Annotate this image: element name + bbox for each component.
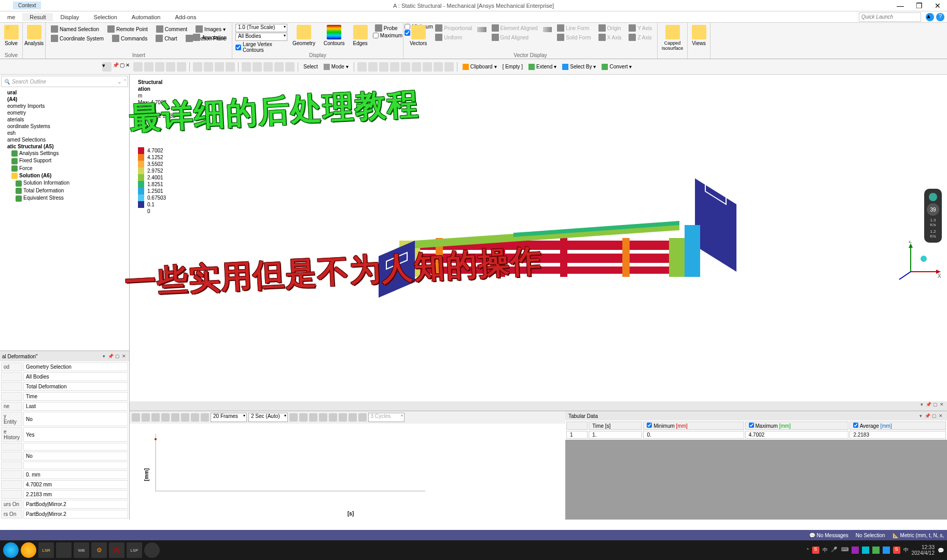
bodies-dropdown[interactable]: All Bodies — [235, 33, 287, 41]
notifications-icon[interactable]: 💬 — [938, 548, 944, 553]
line-form-button[interactable]: Line Form — [555, 24, 593, 32]
proportional-button[interactable]: Proportional — [433, 24, 474, 32]
tool-icon[interactable] — [242, 62, 251, 72]
tool-icon[interactable] — [319, 413, 327, 422]
status-units[interactable]: 📐 Metric (mm, t, N, s, — [893, 533, 944, 538]
elem-aligned-button[interactable]: Element Aligned — [490, 24, 540, 32]
capped-button[interactable]: Capped Isosurface — [661, 24, 684, 52]
mech-icon[interactable]: ⚙ — [91, 542, 107, 558]
tool-icon[interactable] — [379, 62, 388, 72]
mode-dropdown[interactable]: Mode▾ — [322, 64, 351, 70]
images-button[interactable]: Images▾ — [193, 25, 228, 33]
edge-icon[interactable] — [3, 542, 19, 558]
cycles-dropdown[interactable]: 3 Cycles — [368, 413, 405, 422]
tree-item[interactable]: Solution (A6) — [0, 172, 129, 179]
column-header[interactable]: Minimum [mm] — [643, 422, 744, 430]
details-row[interactable]: urs OnPartBody|Mirror.2 — [1, 500, 128, 509]
tool-icon[interactable] — [444, 62, 454, 72]
zoom-fit-icon[interactable] — [133, 62, 143, 72]
tree-item[interactable]: Force — [0, 165, 129, 172]
details-row[interactable]: rs OnPartBody|Mirror.2 — [1, 510, 128, 519]
tray-icon[interactable]: 🎤 — [831, 547, 838, 554]
app-icon[interactable] — [21, 542, 36, 558]
details-row[interactable]: No — [1, 452, 128, 460]
tray-icon[interactable] — [852, 547, 859, 554]
tool-icon[interactable] — [401, 62, 410, 72]
tool-icon[interactable] — [390, 62, 399, 72]
tab-selection[interactable]: Selection — [87, 13, 124, 21]
tool-icon[interactable] — [299, 413, 308, 422]
tab-result[interactable]: Result — [22, 13, 53, 21]
z-axis-button[interactable]: Z Axis — [626, 33, 654, 41]
y-axis-button[interactable]: Y Axis — [626, 24, 654, 32]
sec-dropdown[interactable]: 2 Sec (Auto) — [248, 413, 288, 422]
anim-icon[interactable] — [181, 413, 189, 422]
tray-icon[interactable] — [883, 547, 890, 554]
details-row[interactable] — [1, 443, 128, 451]
details-row[interactable]: 4.7002 mm — [1, 480, 128, 489]
details-row[interactable]: All Bodies — [1, 372, 128, 381]
tree-item[interactable]: Total Deformation — [0, 187, 129, 194]
select-button[interactable]: Select — [301, 64, 320, 69]
details-table[interactable]: odGeometry SelectionAll BodiesTotal Defo… — [0, 361, 129, 520]
help-icon[interactable]: ? — [936, 13, 944, 21]
sogou-icon[interactable]: S — [812, 547, 819, 554]
tree-item[interactable]: aterials — [0, 116, 129, 123]
play-icon[interactable] — [132, 413, 140, 422]
grid-aligned-button[interactable]: Grid Aligned — [490, 33, 540, 41]
search-outline-input[interactable]: 🔍Search Outline ⌄ ˅ — [1, 76, 128, 87]
column-header[interactable]: Time [s] — [589, 422, 642, 430]
details-row[interactable]: Total Deformation — [1, 382, 128, 391]
prev-icon[interactable] — [151, 413, 160, 422]
vertex-contours-check[interactable]: Large Vertex Contours — [235, 41, 287, 53]
wb-icon[interactable]: WB — [74, 542, 89, 558]
named-selection-button[interactable]: Named Selection — [49, 25, 101, 33]
graph-canvas[interactable]: [mm] [s] — [130, 424, 565, 520]
frame-icon[interactable] — [161, 413, 170, 422]
tree-item[interactable]: oordinate Systems — [0, 123, 129, 130]
details-row[interactable]: neLast — [1, 402, 128, 411]
frames-dropdown[interactable]: 20 Frames — [211, 413, 247, 422]
viewport[interactable]: StructuralationmMax: 4.7002Min: 02024/4/… — [130, 75, 947, 520]
geometry-button[interactable]: Geometry — [289, 24, 318, 53]
next-icon[interactable] — [171, 413, 179, 422]
stop-icon[interactable] — [142, 413, 150, 422]
tool-icon[interactable] — [274, 62, 284, 72]
x-axis-button[interactable]: X Axis — [596, 33, 624, 41]
tool-icon[interactable] — [263, 62, 273, 72]
tool-icon[interactable] — [339, 413, 347, 422]
context-tab[interactable]: Context — [13, 2, 41, 9]
vectors-button[interactable]: Vectors — [407, 24, 430, 47]
views-button[interactable]: Views — [691, 24, 707, 47]
zoom-icon[interactable] — [144, 62, 154, 72]
tab-automation[interactable]: Automation — [124, 13, 168, 21]
details-row[interactable]: odGeometry Selection — [1, 362, 128, 371]
details-row[interactable]: e HistoryYes — [1, 427, 128, 442]
minimize-button[interactable]: — — [891, 0, 910, 11]
tool-icon[interactable] — [309, 413, 317, 422]
solve-button[interactable]: ⚡ Solve — [3, 24, 19, 47]
coord-system-button[interactable]: Coordinate System — [49, 34, 106, 43]
anim-icon[interactable] — [201, 413, 209, 422]
tree-item[interactable]: ural — [0, 89, 129, 96]
anim-icon[interactable] — [191, 413, 199, 422]
tool-icon[interactable] — [412, 62, 421, 72]
box-zoom-icon[interactable] — [177, 62, 186, 72]
tree-item[interactable]: Fixed Support — [0, 157, 129, 164]
tool-icon[interactable] — [226, 62, 235, 72]
terminal-icon[interactable] — [56, 542, 72, 558]
details-row[interactable]: 0. mm — [1, 470, 128, 479]
outline-dropdown-icon[interactable]: ▾ — [102, 62, 112, 72]
tool-icon[interactable] — [204, 62, 213, 72]
tree-item[interactable]: Solution Information — [0, 179, 129, 187]
tab-display[interactable]: Display — [53, 13, 86, 21]
tabular-data-table[interactable]: Time [s] Minimum [mm] Maximum [mm] Avera… — [565, 421, 947, 440]
tree-item[interactable]: amed Selections — [0, 136, 129, 143]
tree-item[interactable]: Equivalent Stress — [0, 194, 129, 202]
scale-dropdown[interactable]: 1.0 (True Scale) — [235, 24, 287, 32]
tray-icon[interactable]: S — [893, 547, 900, 554]
details-row[interactable]: 2.2183 mm — [1, 490, 128, 499]
edges-button[interactable]: Edges — [350, 24, 370, 53]
tray-icon[interactable] — [862, 547, 869, 554]
slider-1[interactable] — [477, 27, 486, 32]
